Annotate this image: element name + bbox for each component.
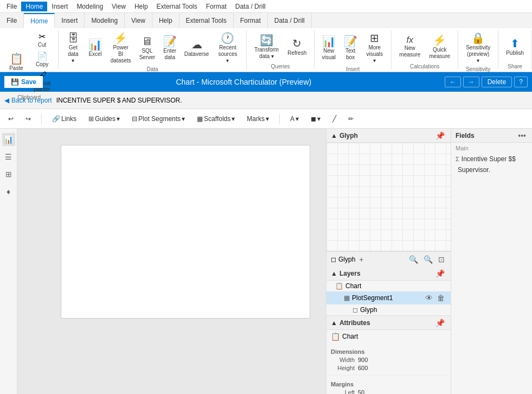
layer-glyph[interactable]: ◻ Glyph [326, 304, 451, 315]
layers-pin-button[interactable]: 📌 [434, 269, 446, 278]
fill-button[interactable]: ◼ ▾ [307, 113, 324, 125]
text-format-button[interactable]: A ▾ [286, 113, 303, 125]
menu-insert[interactable]: Insert [47, 2, 72, 11]
menu-view[interactable]: View [107, 2, 130, 11]
ribbon-tab-insert[interactable]: Insert [55, 13, 85, 28]
sensitivity-group-label: Sensitivity [466, 66, 490, 72]
menu-format[interactable]: Format [202, 2, 231, 11]
field-incentive-super[interactable]: Σ Incentive Super $$ [451, 154, 532, 164]
menu-file[interactable]: File [2, 2, 21, 11]
menu-data-drill[interactable]: Data / Drill [231, 2, 270, 11]
publish-button[interactable]: ⬆ Publish [503, 36, 527, 58]
attr-left-row: Left 50 [331, 389, 446, 394]
height-value[interactable]: 600 [358, 365, 446, 371]
plot-segments-dropdown[interactable]: ⊟ Plot Segments ▾ [128, 113, 189, 125]
recent-sources-label: Recentsources ▾ [217, 45, 239, 64]
transform-data-button[interactable]: 🔄 Transformdata ▾ [251, 33, 282, 61]
layer-delete-button[interactable]: 🗑 [435, 293, 446, 303]
more-visuals-button[interactable]: ⊞ Morevisuals ▾ [362, 30, 387, 65]
guides-dropdown[interactable]: ⊞ Guides ▾ [85, 113, 124, 125]
refresh-button[interactable]: ↻ Refresh [284, 36, 310, 58]
glyph-pin-button[interactable]: 📌 [434, 131, 446, 141]
get-data-icon: 🗄 [68, 32, 79, 45]
links-button[interactable]: 🔗 Links [48, 113, 80, 125]
attr-margins-section: Margins Left 50 Right 50 Top 50 [326, 376, 451, 394]
quick-measure-button[interactable]: ⚡ Quickmeasure [426, 33, 453, 61]
glyph-zoom-out-button[interactable]: 🔍 [422, 255, 434, 264]
layer-eye-button[interactable]: 👁 [424, 293, 434, 303]
expand-right-button[interactable]: → [463, 77, 479, 87]
expand-left-button[interactable]: ← [445, 77, 461, 87]
sensitivity-label: Sensitivity(preview) ▾ [466, 45, 490, 64]
new-visual-button[interactable]: 📊 Newvisual [319, 34, 338, 62]
dataverse-button[interactable]: ☁ Dataverse [182, 37, 211, 59]
save-icon: 💾 [11, 78, 19, 86]
glyph-zoom-in-button[interactable]: 🔍 [407, 255, 420, 264]
line-button[interactable]: ╱ [329, 113, 340, 125]
recent-sources-icon: 🕐 [221, 31, 234, 45]
glyph-add-button[interactable]: + [357, 255, 365, 264]
recent-sources-button[interactable]: 🕐 Recentsources ▾ [214, 30, 242, 65]
layers-panel-actions: 📌 [434, 269, 446, 278]
plot-segments-chevron-icon: ▾ [182, 115, 185, 123]
menu-help[interactable]: Help [130, 2, 152, 11]
cut-button[interactable]: ✂ Cut [30, 30, 54, 49]
excel-button[interactable]: 📊 Excel [86, 37, 105, 59]
attributes-panel-header: ▲ Attributes 📌 [326, 316, 451, 330]
redo-button[interactable]: ↪ [22, 113, 35, 125]
chart-titlebar: 💾 Save Chart - Microsoft Charticulator (… [0, 72, 532, 92]
back-to-report-button[interactable]: ◀ Back to report [4, 97, 52, 104]
paste-button[interactable]: 📋 Paste [4, 51, 28, 73]
sql-server-button[interactable]: 🖥 SQLServer [137, 34, 158, 62]
field-sum-icon: Σ [456, 156, 459, 162]
enter-data-button[interactable]: 📝 Enterdata [160, 34, 180, 62]
ribbon-tab-home[interactable]: Home [24, 13, 55, 28]
ribbon-content: 📋 Paste ✂ Cut 📄 Copy 🖌 Format painter [0, 28, 532, 72]
pencil-button[interactable]: ✏ [344, 113, 357, 125]
left-panel-diamond-button[interactable]: ♦ [2, 185, 15, 198]
ribbon-tab-file[interactable]: File [0, 13, 24, 28]
ribbon-tab-external-tools[interactable]: External Tools [180, 13, 234, 28]
field-supervisor[interactable]: Supervisor. [451, 164, 532, 175]
layer-plot-segment1[interactable]: ▦ PlotSegment1 👁 🗑 [326, 291, 451, 304]
width-value[interactable]: 900 [358, 357, 446, 363]
get-data-button[interactable]: 🗄 Getdata ▾ [63, 31, 84, 65]
ribbon-group-data: 🗄 Getdata ▾ 📊 Excel ⚡ Power BIdatasets 🖥… [59, 30, 247, 69]
sql-label: SQLServer [139, 48, 155, 61]
sensitivity-button[interactable]: 🔒 Sensitivity(preview) ▾ [463, 30, 493, 65]
attributes-pin-button[interactable]: 📌 [434, 318, 446, 328]
text-box-button[interactable]: 📝 Textbox [341, 34, 360, 62]
ribbon-tab-modeling[interactable]: Modeling [85, 13, 125, 28]
powerbi-label: Power BIdatasets [111, 45, 131, 64]
menu-home[interactable]: Home [21, 2, 47, 11]
far-right-panel: Fields ••• Main Σ Incentive Super $$ Sup… [451, 129, 532, 394]
menu-external-tools[interactable]: External Tools [152, 2, 202, 11]
transform-icon: 🔄 [260, 34, 273, 47]
left-value[interactable]: 50 [358, 389, 446, 394]
left-panel-grid-button[interactable]: ⊞ [2, 168, 15, 181]
delete-button[interactable]: Delete [482, 77, 512, 87]
powerbi-datasets-button[interactable]: ⚡ Power BIdatasets [107, 30, 134, 65]
copy-button[interactable]: 📄 Copy [30, 50, 54, 68]
new-measure-button[interactable]: fx Newmeasure [396, 34, 424, 59]
left-panel-chart-button[interactable]: 📊 [2, 133, 15, 146]
fields-more-button[interactable]: ••• [516, 131, 528, 141]
menu-modeling[interactable]: Modeling [72, 2, 107, 11]
scaffolds-icon: ▦ [197, 115, 203, 123]
ribbon-tab-data-drill[interactable]: Data / Drill [268, 13, 312, 28]
marks-chevron-icon: ▾ [266, 115, 269, 123]
scaffolds-dropdown[interactable]: ▦ Scaffolds ▾ [193, 113, 239, 125]
layer-chart-icon: 📋 [335, 282, 343, 290]
layer-chart[interactable]: 📋 Chart [326, 281, 451, 291]
ribbon-tab-format[interactable]: Format [234, 13, 268, 28]
undo-button[interactable]: ↩ [4, 113, 17, 125]
attributes-title-label: Attributes [339, 319, 370, 327]
glyph-zoom-fit-button[interactable]: ⊡ [437, 255, 446, 264]
help-button[interactable]: ? [514, 77, 528, 87]
marks-dropdown[interactable]: Marks ▾ [243, 113, 273, 125]
save-button[interactable]: 💾 Save [4, 76, 43, 88]
ribbon-tab-view[interactable]: View [125, 13, 152, 28]
left-panel-list-button[interactable]: ☰ [2, 150, 15, 163]
ribbon-tab-help[interactable]: Help [152, 13, 180, 28]
ribbon-group-sensitivity-items: 🔒 Sensitivity(preview) ▾ [463, 30, 493, 65]
